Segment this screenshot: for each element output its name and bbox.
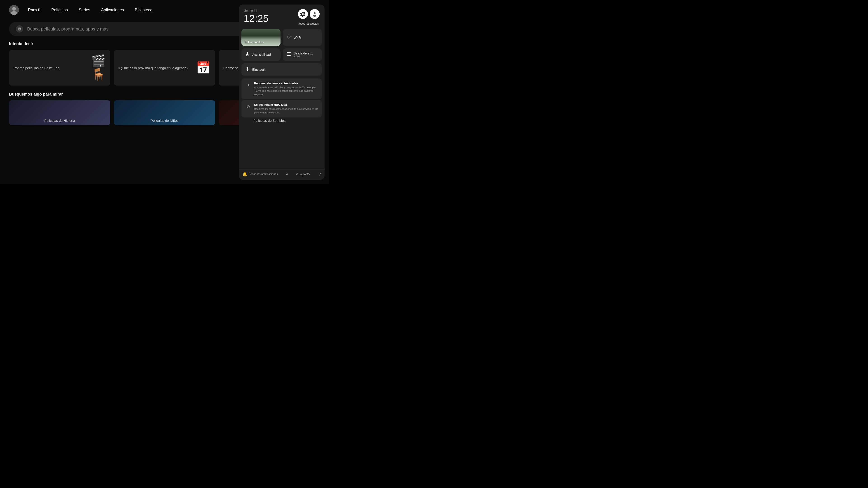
user-avatar[interactable] xyxy=(9,5,19,15)
suggestion-card-text-0: Ponme películas de Spike Lee xyxy=(13,66,91,70)
nav-aplicaciones[interactable]: Aplicaciones xyxy=(99,7,126,13)
panel-header: vie, 26 jul 12:25 Todos los ajustes xyxy=(239,4,324,29)
notifications-section: ✦ Recomendaciones actualizadas Ahora ver… xyxy=(239,78,324,169)
panel-footer: 🔔 Todas las notificaciones 4 Google TV ? xyxy=(239,169,324,180)
assistant-icon xyxy=(16,25,24,33)
qs-accesibilidad[interactable]: Accesibilidad xyxy=(241,48,281,61)
help-icon[interactable]: ? xyxy=(319,172,321,177)
salida-label: Salida de au.. xyxy=(293,52,313,55)
notif-hbomax-title: Se desinstaló HBO Max xyxy=(254,103,318,106)
nav-series[interactable]: Series xyxy=(77,7,92,13)
notif-hbomax-body: Recibirás menos recomendaciones de este … xyxy=(254,107,318,114)
monitor-icon xyxy=(286,52,291,58)
quick-settings-grid: Salvapantallas Wi-Fi Accesibilidad xyxy=(239,29,324,78)
user-icon-button[interactable] xyxy=(310,9,320,19)
qs-wifi[interactable]: Wi-Fi xyxy=(283,29,322,46)
nav-biblioteca[interactable]: Biblioteca xyxy=(133,7,154,13)
suggestion-card-emoji-0: 🎬🪑 xyxy=(91,54,106,82)
category-zombies-label: Peliculas de Zombies xyxy=(253,119,286,123)
settings-icon-button[interactable] xyxy=(298,9,308,19)
notif-recomendaciones-title: Recomendaciones actualizadas xyxy=(254,82,318,85)
notif-recomendaciones[interactable]: ✦ Recomendaciones actualizadas Ahora ver… xyxy=(241,78,322,99)
svg-point-8 xyxy=(314,12,315,14)
bluetooth-icon xyxy=(245,66,250,72)
suggestion-card-text-1: #¿Qué es lo próximo que tengo en la agen… xyxy=(119,66,196,70)
all-notifications-button[interactable]: 🔔 Todas las notificaciones xyxy=(242,172,278,177)
screensaver-bg: Salvapantallas xyxy=(241,29,281,46)
category-ninos-label: Peliculas de Niños xyxy=(151,119,178,123)
category-historia[interactable]: Peliculas de Historia xyxy=(9,100,110,125)
panel-datetime: vie, 26 jul 12:25 xyxy=(244,9,269,24)
bluetooth-label: Bluetooth xyxy=(252,68,266,71)
svg-point-7 xyxy=(19,29,20,29)
nav-para-ti[interactable]: Para ti xyxy=(26,7,42,13)
notif-recomendaciones-content: Recomendaciones actualizadas Ahora verás… xyxy=(254,82,318,96)
accessibility-icon xyxy=(245,52,250,58)
panel-header-icons xyxy=(298,9,320,19)
notif-hbomax-content: Se desinstaló HBO Max Recibirás menos re… xyxy=(254,103,318,114)
category-ninos[interactable]: Peliculas de Niños xyxy=(114,100,215,125)
suggestion-card-spike-lee[interactable]: Ponme películas de Spike Lee 🎬🪑 xyxy=(9,50,110,86)
all-notifications-label: Todas las notificaciones xyxy=(249,173,278,176)
suggestion-card-agenda[interactable]: #¿Qué es lo próximo que tengo en la agen… xyxy=(114,50,215,86)
notifications-count: 4 xyxy=(286,173,288,176)
qs-salida[interactable]: Salida de au.. HDMI xyxy=(283,48,322,61)
panel-time: 12:25 xyxy=(244,13,269,24)
suggestion-card-emoji-1: 📅 xyxy=(196,61,211,75)
svg-point-1 xyxy=(12,7,16,11)
category-historia-label: Peliculas de Historia xyxy=(44,119,75,123)
brand-label: Google TV xyxy=(296,173,310,176)
search-placeholder-text: Busca películas, programas, apps y más xyxy=(27,26,108,32)
minus-circle-icon: ⊖ xyxy=(245,103,251,110)
wifi-icon xyxy=(286,35,291,41)
salida-text: Salida de au.. HDMI xyxy=(293,52,313,58)
bell-icon: 🔔 xyxy=(242,172,247,177)
wifi-label: Wi-Fi xyxy=(293,36,301,39)
qs-screensaver[interactable]: Salvapantallas xyxy=(241,29,281,46)
screensaver-label: Salvapantallas xyxy=(245,40,264,44)
svg-point-9 xyxy=(313,15,316,17)
accesibilidad-label: Accesibilidad xyxy=(252,53,271,57)
salida-sub: HDMI xyxy=(293,55,313,58)
nav-peliculas[interactable]: Películas xyxy=(50,7,70,13)
panel-header-actions: Todos los ajustes xyxy=(298,9,320,25)
notif-recomendaciones-body: Ahora verás más películas y programas de… xyxy=(254,86,318,96)
panel-date: vie, 26 jul xyxy=(244,9,269,13)
settings-panel: vie, 26 jul 12:25 Todos los ajustes xyxy=(239,4,324,180)
svg-point-10 xyxy=(247,52,248,53)
spark-icon: ✦ xyxy=(245,82,251,88)
todos-ajustes-label: Todos los ajustes xyxy=(298,22,319,25)
qs-bluetooth[interactable]: Bluetooth xyxy=(241,63,322,76)
notif-hbomax[interactable]: ⊖ Se desinstaló HBO Max Recibirás menos … xyxy=(241,100,322,118)
